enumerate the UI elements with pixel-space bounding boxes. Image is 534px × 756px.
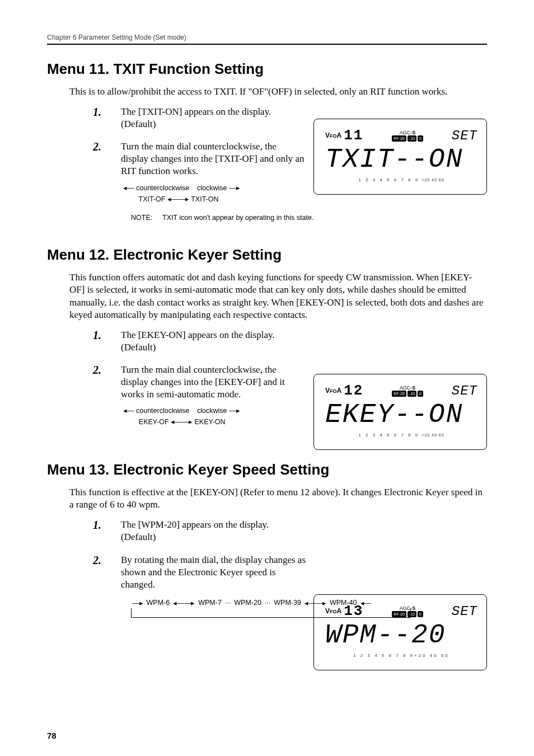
chapter-header: Chapter 6 Parameter Setting Mode (Set mo… — [47, 34, 487, 45]
menu-11-note: NOTE: TXIT icon won't appear by operatin… — [131, 213, 332, 223]
lcd-top-icons: AGC-S RF-20-100 — [363, 130, 451, 142]
lcd-meter: 1 2 3 4 5 6 7 8 9+20 40 60 — [325, 177, 477, 182]
step-text: The [WPM-20] appears on the display. (De… — [121, 519, 317, 543]
step-number: 2. — [93, 554, 121, 567]
lcd-top-icons: AGC-S RF-20-100 — [363, 385, 451, 397]
page-number: 78 — [47, 731, 57, 740]
lcd-meter: 1 2 3 4 5 6 7 8 9+20 40 60 — [325, 433, 477, 438]
lcd-main-text: WPM--20 — [325, 621, 477, 650]
note-text: TXIT icon won't appear by operating in t… — [162, 213, 313, 223]
menu-12-heading: Menu 12. Electronic Keyer Setting — [47, 246, 487, 264]
step-number: 1. — [93, 106, 121, 119]
menu-12-intro: This function offers automatic dot and d… — [69, 271, 487, 321]
menu-13-step-2: 2. By rotating the main dial, the displa… — [93, 554, 487, 591]
menu-12-lcd: VFOA 12 AGC-S RF-20-100 SET EKEY--ON 1 2… — [313, 374, 487, 450]
menu-12-step-1: 1. The [EKEY-ON] appears on the display.… — [93, 329, 487, 354]
menu-13-section: Menu 13. Electronic Keyer Speed Setting … — [47, 461, 487, 618]
step-text: The [TXIT-ON] appears on the display. (D… — [121, 106, 317, 130]
menu-11-intro: This is to allow/prohibit the access to … — [69, 86, 487, 98]
step-number: 2. — [93, 140, 121, 153]
step-text: Turn the main dial counterclockwise, the… — [121, 364, 317, 401]
step-number: 1. — [93, 329, 121, 342]
menu-11-section: Menu 11. TXIT Function Setting This is t… — [47, 60, 487, 223]
step-number: 1. — [93, 519, 121, 532]
step-number: 2. — [93, 364, 121, 377]
lcd-meter: 1 2 3 4 5 6 7 8 9+20 40 60 — [325, 653, 477, 658]
step-text: By rotating the main dial, the display c… — [121, 554, 322, 591]
menu-13-step-1: 1. The [WPM-20] appears on the display. … — [93, 519, 487, 543]
lcd-set-label: SET — [452, 128, 477, 143]
lcd-main-text: EKEY--ON — [325, 400, 477, 429]
lcd-set-label: SET — [452, 383, 477, 398]
lcd-main-text: TXIT--ON — [325, 145, 477, 174]
lcd-menu-number: 11 — [344, 127, 363, 144]
menu-11-heading: Menu 11. TXIT Function Setting — [47, 60, 487, 78]
lcd-vfo-label: VFOA — [325, 387, 341, 395]
lcd-set-label: SET — [452, 604, 477, 619]
menu-13-heading: Menu 13. Electronic Keyer Speed Setting — [47, 461, 487, 478]
lcd-menu-number: 12 — [344, 382, 363, 399]
menu-13-intro: This function is effective at the [EKEY-… — [69, 486, 487, 511]
lcd-vfo-label: VFOA — [325, 132, 341, 139]
menu-12-section: Menu 12. Electronic Keyer Setting This f… — [47, 246, 487, 428]
menu-13-cycle-diagram: WPM-6 WPM-7 ··· WPM-20 ··· WPM-39 WPM-40 — [123, 599, 420, 618]
note-label: NOTE: — [131, 213, 162, 223]
menu-11-lcd: VFOA 11 AGC-S RF-20-100 SET TXIT--ON 1 2… — [313, 119, 487, 195]
step-text: The [EKEY-ON] appears on the display. (D… — [121, 329, 317, 354]
step-text: Turn the main dial counterclockwise, the… — [121, 140, 317, 177]
